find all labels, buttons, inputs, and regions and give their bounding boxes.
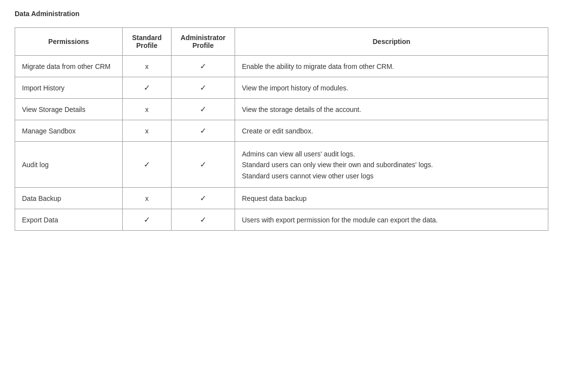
admin-cell: ✓ [172, 56, 235, 77]
standard-cell: ✓ [123, 77, 172, 99]
cross-icon: x [145, 127, 149, 135]
description-cell: View the import history of modules. [235, 77, 548, 99]
description-line: Standard users cannot view other user lo… [242, 171, 541, 181]
permissions-table: Permissions Standard Profile Administrat… [15, 27, 548, 231]
check-icon: ✓ [200, 105, 206, 113]
header-permissions: Permissions [15, 28, 123, 56]
description-line: Standard users can only view their own a… [242, 159, 541, 170]
description-cell: Request data backup [235, 188, 548, 209]
standard-cell: x [123, 99, 172, 120]
permission-cell: View Storage Details [15, 99, 123, 120]
description-cell: Admins can view all users' audit logs.St… [235, 142, 548, 188]
table-row: View Storage Detailsx✓View the storage d… [15, 99, 548, 120]
check-icon: ✓ [200, 127, 206, 135]
table-row: Export Data✓✓Users with export permissio… [15, 209, 548, 231]
permission-cell: Audit log [15, 142, 123, 188]
check-icon: ✓ [144, 216, 150, 224]
header-description: Description [235, 28, 548, 56]
standard-cell: ✓ [123, 142, 172, 188]
table-row: Migrate data from other CRMx✓Enable the … [15, 56, 548, 77]
cross-icon: x [145, 195, 149, 202]
admin-cell: ✓ [172, 77, 235, 99]
table-row: Data Backupx✓Request data backup [15, 188, 548, 209]
permission-cell: Export Data [15, 209, 123, 231]
check-icon: ✓ [200, 62, 206, 70]
description-cell: Create or edit sandbox. [235, 120, 548, 142]
page-title: Data Administration [15, 10, 548, 18]
table-row: Import History✓✓View the import history … [15, 77, 548, 99]
admin-cell: ✓ [172, 188, 235, 209]
permission-cell: Manage Sandbox [15, 120, 123, 142]
standard-cell: x [123, 120, 172, 142]
cross-icon: x [145, 106, 149, 113]
check-icon: ✓ [200, 216, 206, 224]
cross-icon: x [145, 63, 149, 70]
admin-cell: ✓ [172, 99, 235, 120]
check-icon: ✓ [200, 194, 206, 202]
standard-cell: x [123, 56, 172, 77]
admin-cell: ✓ [172, 120, 235, 142]
description-cell: Users with export permission for the mod… [235, 209, 548, 231]
description-cell: View the storage details of the account. [235, 99, 548, 120]
standard-cell: x [123, 188, 172, 209]
admin-cell: ✓ [172, 209, 235, 231]
permission-cell: Import History [15, 77, 123, 99]
header-admin: Administrator Profile [172, 28, 235, 56]
check-icon: ✓ [144, 84, 150, 92]
permission-cell: Data Backup [15, 188, 123, 209]
table-header-row: Permissions Standard Profile Administrat… [15, 28, 548, 56]
permission-cell: Migrate data from other CRM [15, 56, 123, 77]
standard-cell: ✓ [123, 209, 172, 231]
admin-cell: ✓ [172, 142, 235, 188]
description-line: Admins can view all users' audit logs. [242, 149, 541, 159]
table-row: Manage Sandboxx✓Create or edit sandbox. [15, 120, 548, 142]
table-row: Audit log✓✓Admins can view all users' au… [15, 142, 548, 188]
header-standard: Standard Profile [123, 28, 172, 56]
check-icon: ✓ [200, 84, 206, 92]
check-icon: ✓ [144, 160, 150, 169]
check-icon: ✓ [200, 160, 206, 169]
description-cell: Enable the ability to migrate data from … [235, 56, 548, 77]
